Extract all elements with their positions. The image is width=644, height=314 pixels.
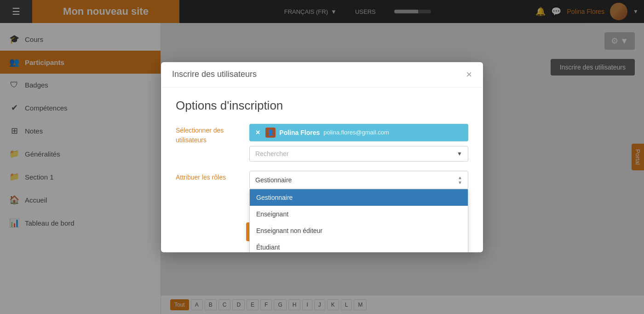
search-placeholder: Rechercher bbox=[255, 150, 288, 157]
assign-roles-field: Gestionnaire ▲▼ GestionnaireEnseignantEn… bbox=[249, 171, 468, 189]
remove-user-button[interactable]: × bbox=[256, 128, 260, 137]
role-select-box[interactable]: Gestionnaire ▲▼ bbox=[249, 171, 468, 189]
role-dropdown-item-enseignant-non-editeur[interactable]: Enseignant non éditeur bbox=[250, 222, 468, 239]
user-chip-email: polina.flores@gmail.com bbox=[323, 129, 389, 136]
assign-roles-row: Attribuer les rôles Gestionnaire ▲▼ Gest… bbox=[176, 171, 468, 189]
select-users-row: Sélectionner des utilisateurs × 👤 Polina… bbox=[176, 124, 468, 162]
user-chip-name: Polina Flores bbox=[279, 129, 320, 136]
modal-body: Options d'inscription Sélectionner des u… bbox=[161, 87, 483, 204]
modal-title: Inscrire des utilisateurs bbox=[172, 70, 257, 79]
enroll-modal: Inscrire des utilisateurs × Options d'in… bbox=[161, 62, 483, 252]
role-arrows-icon: ▲▼ bbox=[458, 175, 462, 185]
role-dropdown-item-etudiant[interactable]: Étudiant bbox=[250, 239, 468, 252]
user-search-box[interactable]: Rechercher ▼ bbox=[249, 146, 468, 162]
role-select-wrapper: Gestionnaire ▲▼ GestionnaireEnseignantEn… bbox=[249, 171, 468, 189]
select-users-field: × 👤 Polina Flores polina.flores@gmail.co… bbox=[249, 124, 468, 162]
user-chip-avatar: 👤 bbox=[265, 128, 276, 138]
modal-section-title: Options d'inscription bbox=[176, 99, 468, 113]
role-selected-value: Gestionnaire bbox=[255, 176, 292, 184]
show-more-spacer bbox=[176, 195, 240, 197]
selected-user-chip: × 👤 Polina Flores polina.flores@gmail.co… bbox=[249, 124, 468, 141]
modal-close-button[interactable]: × bbox=[466, 70, 472, 80]
select-users-label: Sélectionner des utilisateurs bbox=[176, 124, 240, 145]
search-arrow-icon: ▼ bbox=[457, 151, 462, 157]
modal-header: Inscrire des utilisateurs × bbox=[161, 62, 483, 87]
modal-overlay: Inscrire des utilisateurs × Options d'in… bbox=[0, 0, 644, 314]
role-dropdown: GestionnaireEnseignantEnseignant non édi… bbox=[249, 189, 468, 252]
assign-roles-label: Attribuer les rôles bbox=[176, 171, 240, 182]
role-dropdown-item-enseignant[interactable]: Enseignant bbox=[250, 206, 468, 222]
role-dropdown-item-gestionnaire[interactable]: Gestionnaire bbox=[250, 189, 468, 206]
